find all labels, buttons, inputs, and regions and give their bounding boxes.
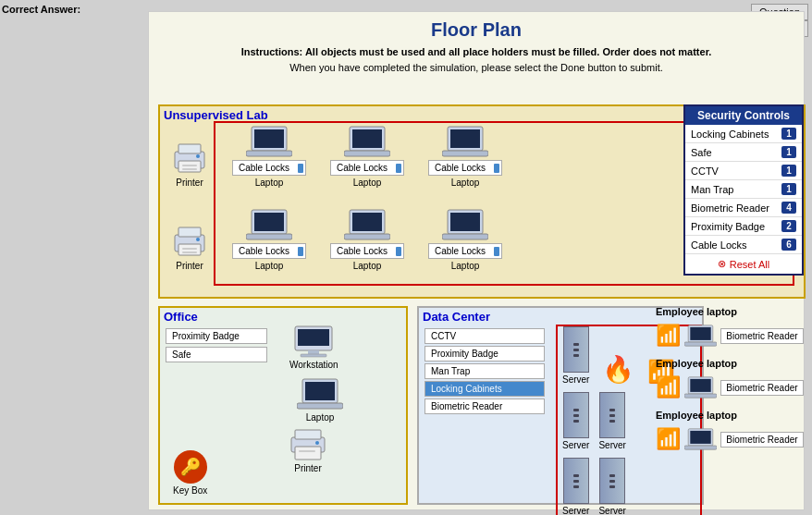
sc-locking-cabinets-label: Locking Cabinets xyxy=(691,129,769,140)
sc-man-trap[interactable]: Man Trap 1 xyxy=(685,180,802,199)
laptop-group-3: Cable Locks Laptop xyxy=(428,125,502,188)
svg-rect-26 xyxy=(344,234,390,239)
printer-group-1: Printer xyxy=(171,139,208,188)
cable-lock-1[interactable]: Cable Locks xyxy=(232,160,306,176)
employee-laptop-3-title: Employee laptop xyxy=(656,410,804,421)
office-printer-icon xyxy=(289,428,326,461)
sc-cable-locks[interactable]: Cable Locks 6 xyxy=(685,236,802,254)
svg-rect-16 xyxy=(178,227,201,237)
sc-safe-label: Safe xyxy=(691,147,712,158)
svg-point-5 xyxy=(196,154,200,158)
dc-proximity-badge[interactable]: Proximity Badge xyxy=(424,346,545,362)
sc-cctv-label: CCTV xyxy=(691,166,719,177)
instructions: Instructions: All objects must be used a… xyxy=(149,44,804,80)
workstation-icon xyxy=(293,325,334,358)
svg-rect-44 xyxy=(684,342,717,346)
svg-point-41 xyxy=(315,441,319,445)
workstation-label: Workstation xyxy=(289,360,338,370)
svg-rect-28 xyxy=(450,213,480,231)
instruction-line2: When you have completed the simulation, … xyxy=(289,62,663,73)
server-3 xyxy=(599,392,625,438)
dc-cctv[interactable]: CCTV xyxy=(424,328,545,344)
laptop-group-4: Cable Locks Laptop xyxy=(232,208,306,271)
server-label-3: Server xyxy=(598,440,625,450)
dc-locking-cabinets[interactable]: Locking Cabinets xyxy=(424,381,545,397)
svg-rect-8 xyxy=(246,151,292,156)
svg-rect-10 xyxy=(352,129,382,148)
svg-rect-38 xyxy=(295,430,321,439)
sc-man-trap-label: Man Trap xyxy=(691,184,733,195)
sc-cable-locks-label: Cable Locks xyxy=(691,239,747,251)
biometric-box-1[interactable]: Biometric Reader xyxy=(720,328,804,344)
sc-proximity-badge[interactable]: Proximity Badge 2 xyxy=(685,217,802,236)
fire-icon: 🔥 xyxy=(602,354,634,385)
printer-icon-1 xyxy=(171,139,208,176)
floor-plan-title: Floor Plan xyxy=(149,12,804,44)
biometric-box-2[interactable]: Biometric Reader xyxy=(720,380,804,396)
sc-biometric-reader[interactable]: Biometric Reader 4 xyxy=(685,199,802,217)
svg-rect-35 xyxy=(305,382,335,400)
office-title: Office xyxy=(160,308,406,325)
printer-icon-2 xyxy=(171,222,208,259)
cable-lock-5[interactable]: Cable Locks xyxy=(330,243,404,259)
instruction-line1: Instructions: All objects must be used a… xyxy=(241,46,712,57)
printer-label-2: Printer xyxy=(176,261,203,271)
laptop-icon-2 xyxy=(344,125,390,158)
server-label-4: Server xyxy=(562,506,589,515)
sc-proximity-badge-count: 2 xyxy=(781,220,796,232)
dc-man-trap[interactable]: Man Trap xyxy=(424,363,545,379)
svg-rect-43 xyxy=(690,327,710,340)
office-section: Office Proximity Badge Safe Workstation … xyxy=(158,306,408,505)
server-2 xyxy=(563,392,589,438)
cable-lock-4[interactable]: Cable Locks xyxy=(232,243,306,259)
svg-rect-18 xyxy=(182,248,197,250)
svg-rect-33 xyxy=(301,354,326,357)
laptop-group-6: Cable Locks Laptop xyxy=(428,208,502,271)
keybox-icon: 🔑 xyxy=(174,450,207,484)
svg-rect-40 xyxy=(299,450,315,452)
server-4 xyxy=(563,458,589,504)
svg-rect-1 xyxy=(178,144,201,153)
svg-rect-50 xyxy=(684,446,717,449)
proximity-badge-office[interactable]: Proximity Badge xyxy=(166,328,267,344)
office-printer-label: Printer xyxy=(294,463,321,473)
svg-rect-46 xyxy=(690,379,710,392)
sc-cable-locks-count: 6 xyxy=(781,239,796,251)
correct-answer-label: Correct Answer: xyxy=(2,4,80,15)
sc-biometric-reader-count: 4 xyxy=(781,202,796,214)
keybox-label: Key Box xyxy=(173,485,207,496)
server-1 xyxy=(563,326,589,373)
cable-lock-3[interactable]: Cable Locks xyxy=(428,160,502,176)
laptop-icon-4 xyxy=(246,208,292,241)
reset-all-button[interactable]: ⊗ Reset All xyxy=(685,254,802,274)
security-controls-title: Security Controls xyxy=(685,106,802,125)
cable-lock-6[interactable]: Cable Locks xyxy=(428,243,502,259)
svg-rect-13 xyxy=(450,129,480,148)
sc-safe-count: 1 xyxy=(781,146,796,158)
employee-laptop-icon-3 xyxy=(684,423,717,456)
server-label-1: Server xyxy=(562,374,589,385)
dc-biometric-reader[interactable]: Biometric Reader xyxy=(424,399,545,414)
biometric-box-3[interactable]: Biometric Reader xyxy=(720,432,804,448)
svg-point-20 xyxy=(196,238,200,241)
svg-rect-47 xyxy=(684,394,717,398)
svg-rect-3 xyxy=(182,165,197,166)
svg-rect-11 xyxy=(344,151,390,156)
employee-laptop-icon-2 xyxy=(684,371,717,404)
cable-lock-2[interactable]: Cable Locks xyxy=(330,160,404,176)
svg-rect-49 xyxy=(690,431,710,444)
svg-rect-29 xyxy=(442,234,488,239)
server-label-2: Server xyxy=(562,440,589,450)
svg-rect-32 xyxy=(308,350,319,354)
server-5 xyxy=(599,458,625,504)
sc-biometric-reader-label: Biometric Reader xyxy=(691,202,769,214)
wifi-icon-3: 📶 xyxy=(656,427,681,451)
laptop-icon-3 xyxy=(442,125,488,158)
svg-rect-19 xyxy=(182,251,197,253)
employee-laptop-2-title: Employee laptop xyxy=(656,358,804,369)
sc-cctv[interactable]: CCTV 1 xyxy=(685,162,802,180)
sc-safe[interactable]: Safe 1 xyxy=(685,143,802,162)
safe-office[interactable]: Safe xyxy=(166,347,267,362)
sc-locking-cabinets[interactable]: Locking Cabinets 1 xyxy=(685,125,802,143)
wifi-icon-2: 📶 xyxy=(656,375,681,399)
